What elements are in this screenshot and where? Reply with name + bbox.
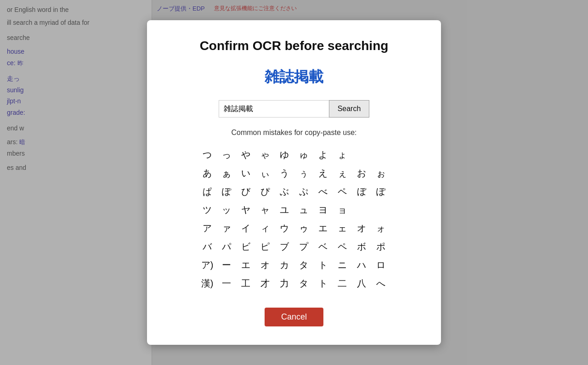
char-cell[interactable]: ニ [333,256,352,274]
char-cell [371,201,390,219]
char-cell[interactable]: ゃ [255,146,275,163]
char-cell[interactable]: パ [217,238,236,255]
char-cell[interactable]: イ [236,219,255,237]
char-cell[interactable]: ャ [255,201,275,219]
char-cell[interactable]: つ [198,146,217,163]
char-cell[interactable]: い [236,164,255,182]
mistakes-label: Common mistakes for copy-paste use: [232,129,357,137]
char-cell[interactable]: お [352,164,371,182]
search-row: Search [219,100,370,118]
char-cell[interactable]: プ [294,238,313,255]
char-cell[interactable]: タ [294,256,313,274]
char-cell[interactable]: え [313,164,333,182]
char-cell[interactable]: ぇ [333,164,352,182]
char-cell[interactable]: べ [313,183,333,200]
char-cell[interactable]: ベ [313,238,333,255]
char-cell[interactable]: ピ [255,238,275,255]
search-button[interactable]: Search [329,100,370,118]
char-cell[interactable]: へ [371,275,390,292]
char-cell[interactable]: ァ [217,219,236,237]
char-cell [352,146,371,163]
char-cell[interactable]: ゅ [294,146,313,163]
char-cell[interactable]: う [275,164,294,182]
char-cell[interactable]: ュ [294,201,313,219]
char-cell[interactable]: ゆ [275,146,294,163]
char-cell[interactable]: 才 [255,275,275,292]
char-cell[interactable]: エ [313,219,333,237]
char-cell[interactable]: ぁ [217,164,236,182]
char-cell[interactable]: ェ [333,219,352,237]
char-cell[interactable]: ア) [198,256,217,274]
char-cell[interactable]: バ [198,238,217,255]
char-cell[interactable]: あ [198,164,217,182]
char-cell[interactable]: ぽ [217,183,236,200]
char-cell[interactable]: よ [313,146,333,163]
char-cell[interactable]: 漢) [198,275,217,292]
char-cell[interactable]: ぃ [255,164,275,182]
char-cell[interactable]: ゥ [294,219,313,237]
char-cell[interactable]: カ [275,256,294,274]
char-cell[interactable]: ぴ [255,183,275,200]
char-cell[interactable]: ツ [198,201,217,219]
char-cell[interactable]: ー [217,256,236,274]
char-cell[interactable]: ハ [352,256,371,274]
char-cell[interactable]: エ [236,256,255,274]
modal-ocr-display: 雑誌掲載 [265,67,323,87]
char-cell [371,146,390,163]
char-cell[interactable]: ビ [236,238,255,255]
modal-dialog: Confirm OCR before searching 雑誌掲載 Search… [147,20,441,345]
char-cell[interactable]: ヤ [236,201,255,219]
char-cell[interactable]: ォ [371,219,390,237]
char-cell[interactable]: 二 [333,275,352,292]
char-cell[interactable]: ィ [255,219,275,237]
char-cell[interactable]: 一 [217,275,236,292]
char-cell[interactable]: ぶ [275,183,294,200]
char-cell[interactable]: ぅ [294,164,313,182]
char-cell [352,201,371,219]
char-cell[interactable]: ロ [371,256,390,274]
char-cell[interactable]: ボ [352,238,371,255]
char-cell[interactable]: ぉ [371,164,390,182]
char-cell[interactable]: ア [198,219,217,237]
char-cell[interactable]: っ [217,146,236,163]
char-cell[interactable]: ぼ [352,183,371,200]
char-cell[interactable]: び [236,183,255,200]
search-input[interactable] [219,100,329,118]
modal-title: Confirm OCR before searching [200,39,389,53]
modal-overlay: Confirm OCR before searching 雑誌掲載 Search… [0,0,588,365]
char-cell[interactable]: ぽ [371,183,390,200]
char-cell[interactable]: ト [313,256,333,274]
char-cell[interactable]: 八 [352,275,371,292]
char-cell[interactable]: ブ [275,238,294,255]
char-cell[interactable]: ッ [217,201,236,219]
char-cell[interactable]: ペ [333,183,352,200]
char-cell[interactable]: ョ [333,201,352,219]
char-cell[interactable]: ト [313,275,333,292]
char-cell[interactable]: ぷ [294,183,313,200]
char-cell[interactable]: オ [352,219,371,237]
char-cell[interactable]: ユ [275,201,294,219]
char-cell[interactable]: ペ [333,238,352,255]
char-cell[interactable]: 工 [236,275,255,292]
char-cell[interactable]: ヨ [313,201,333,219]
char-cell[interactable]: タ [294,275,313,292]
char-cell[interactable]: ウ [275,219,294,237]
char-cell[interactable]: や [236,146,255,163]
char-cell[interactable]: ょ [333,146,352,163]
cancel-button[interactable]: Cancel [265,308,323,326]
char-grid: つっやゃゆゅよょあぁいぃうぅえぇおぉぱぽびぴぶぷべペぼぽツッヤャユュヨョアァイィ… [198,146,390,292]
char-cell[interactable]: オ [255,256,275,274]
char-cell[interactable]: ポ [371,238,390,255]
char-cell[interactable]: 力 [275,275,294,292]
char-cell[interactable]: ぱ [198,183,217,200]
